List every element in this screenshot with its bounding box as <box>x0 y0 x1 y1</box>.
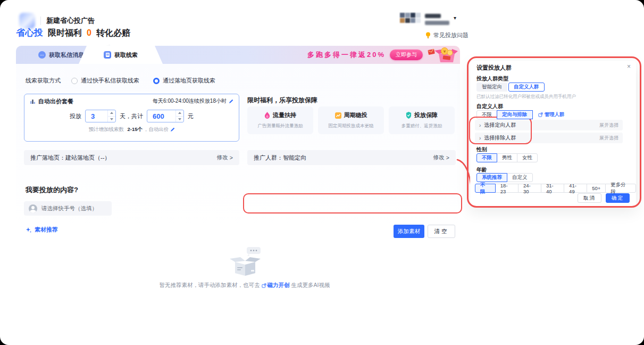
tab-leads-label: 获取线索 <box>114 51 138 59</box>
chip-age-41-49[interactable]: 41-49 <box>564 184 587 193</box>
custom-audience-options: 不限 定向与排除 管理人群 <box>476 110 565 119</box>
days-stepper[interactable] <box>107 110 115 122</box>
flame-icon <box>264 112 270 119</box>
chip-age-more[interactable]: 更多分段 <box>605 184 636 193</box>
radio-selected-icon <box>153 78 160 84</box>
panel-footer: 取消 确定 <box>578 193 630 203</box>
kuaishou-account-select[interactable]: 请选择快手号（选填） <box>24 201 112 216</box>
benefit-desc: 广告测量额外流量激励 <box>247 123 313 129</box>
audience-row: 推广人群：智能定向 修改> <box>247 150 456 165</box>
chip-gender-female[interactable]: 女性 <box>517 153 538 162</box>
expand-select-action[interactable]: 展开选择 <box>599 135 618 142</box>
amount-value[interactable]: 600 <box>147 110 175 122</box>
close-icon[interactable]: × <box>627 63 631 70</box>
chip-custom-audience[interactable]: 自定义人群 <box>508 83 545 92</box>
form-content: 线索获取方式 通过快手私信获取线索 通过落地页获取线索 自动出价套餐 每天6:0… <box>16 64 460 300</box>
person-icon <box>29 204 37 213</box>
audience-type-options: 智能定向 自定义人群 <box>476 83 545 92</box>
benefit-name: 周期稳投 <box>344 111 367 119</box>
days-input[interactable]: 3 <box>85 110 116 122</box>
chip-age-system[interactable]: 系统推荐 <box>476 173 507 182</box>
chip-unlimited[interactable]: 不限 <box>476 110 497 119</box>
days-value[interactable]: 3 <box>86 110 107 122</box>
svg-text:¥: ¥ <box>443 49 446 54</box>
brand-promo-zero: 0 <box>87 28 91 38</box>
benefit-name: 流量扶持 <box>273 111 296 119</box>
promo-cta-button[interactable]: 立即参与 <box>390 50 423 60</box>
bar-chart-icon <box>30 98 36 104</box>
chevron-right-icon: > <box>230 154 233 161</box>
manage-audience-link[interactable]: 管理人群 <box>538 110 565 119</box>
chip-age-24-30[interactable]: 24-30 <box>518 184 541 193</box>
benefit-card-stable: 周期稳投 固定周期投放成本更稳 <box>318 106 384 134</box>
content-heading: 我要投放的内容? <box>26 185 78 195</box>
chip-target-and-exclude[interactable]: 定向与排除 <box>497 110 533 119</box>
page-title: 新建省心投广告 <box>46 16 95 26</box>
panel-title: 设置投放人群 <box>476 64 512 72</box>
amount-input[interactable]: 600 <box>147 110 184 122</box>
amount-stepper[interactable] <box>175 110 183 122</box>
radio-landing-page[interactable]: 通过落地页获取线索 <box>153 77 215 85</box>
chip-age-unlimited[interactable]: 不限 <box>475 184 496 193</box>
auto-bid-card: 自动出价套餐 每天6:00-24:00连续投放18小时 投放 3 天，共计 60… <box>24 94 239 142</box>
chip-age-custom[interactable]: 自定义 <box>507 173 533 182</box>
landing-modify-link[interactable]: 修改> <box>217 154 233 161</box>
tab-private-messages[interactable]: ··· 获取私信消息 <box>38 46 84 64</box>
radio-private-message[interactable]: 通过快手私信获取线索 <box>71 77 139 85</box>
age-label: 年龄 <box>476 166 487 174</box>
magnetic-creation-link[interactable]: 磁力开创 <box>262 282 290 289</box>
empty-suffix: 生成更多AI视频 <box>291 282 330 289</box>
ad-form-module: ··· 获取私信消息 获取线索 多跑多得一律返20% 立即参与 ¥ <box>16 46 460 300</box>
age-mode-options: 系统推荐 自定义 <box>476 173 533 182</box>
lead-method-label: 线索获取方式 <box>26 77 61 85</box>
sparkle-icon <box>26 227 32 233</box>
faq-link[interactable]: 常见投放问题 <box>425 31 469 39</box>
include-audience-label: 选择定向人群 <box>484 121 516 129</box>
expand-select-action[interactable]: 展开选择 <box>599 122 618 129</box>
empty-state-text: 暂无推荐素材，请手动添加素材，也可去 磁力开创 生成更多AI视频 <box>77 282 412 289</box>
benefit-desc: 固定周期投放成本更稳 <box>318 123 384 129</box>
chip-gender-male[interactable]: 男性 <box>497 153 517 162</box>
clear-button[interactable]: 清空 <box>428 225 455 238</box>
chevron-right-icon: > <box>446 154 449 161</box>
audience-modify-link[interactable]: 修改> <box>433 154 449 161</box>
schedule-text: 每天6:00-24:00连续投放18小时 <box>153 97 233 105</box>
age-range-options: 不限 18-23 24-30 31-40 41-49 50+ 更多分段 <box>475 184 636 193</box>
chevron-right-icon: › <box>479 135 481 141</box>
add-material-button[interactable]: 添加素材 <box>394 225 424 238</box>
include-audience-row[interactable]: › 选择定向人群 展开选择 <box>475 120 623 130</box>
chip-smart-targeting[interactable]: 智能定向 <box>476 83 507 92</box>
confirm-button[interactable]: 确定 <box>606 193 630 203</box>
audience-label: 推广人群：智能定向 <box>254 154 306 162</box>
radio-landing-label: 通过落地页获取线索 <box>163 77 215 85</box>
material-recommend-link[interactable]: 素材推荐 <box>26 226 58 234</box>
faq-label: 常见投放问题 <box>433 31 469 39</box>
brand-promo-prefix: 限时福利 <box>48 28 82 39</box>
chevron-down-icon[interactable]: ▾ <box>454 15 456 21</box>
estimate-row: 预计增加线索数 2-15个 ，自动出价 <box>24 126 239 133</box>
bid-card-title: 自动出价套餐 <box>38 97 73 105</box>
brand-promo-suffix: 转化必赔 <box>96 28 130 39</box>
amount-unit: 元 <box>188 112 194 120</box>
edit-icon[interactable] <box>170 127 175 132</box>
edit-icon[interactable] <box>229 99 233 104</box>
audience-type-hint: 已默认过滤已转化用户和被您或成员共用手机用户 <box>476 94 576 100</box>
account-menu[interactable]: ▾ <box>400 13 456 25</box>
audience-settings-panel: 设置投放人群 × 投放人群类型 智能定向 自定义人群 已默认过滤已转化用户和被您… <box>470 61 636 207</box>
exclude-audience-label: 选择排除人群 <box>484 134 516 142</box>
cancel-button[interactable]: 取消 <box>578 193 601 203</box>
chip-age-18-23[interactable]: 18-23 <box>495 184 518 193</box>
chip-gender-unlimited[interactable]: 不限 <box>476 153 497 162</box>
benefit-card-traffic: 流量扶持 广告测量额外流量激励 <box>247 106 313 134</box>
leads-icon <box>104 51 111 59</box>
days-unit: 天，共计 <box>120 112 143 120</box>
exclude-audience-row[interactable]: › 选择排除人群 展开选择 <box>475 133 623 143</box>
chip-age-50plus[interactable]: 50+ <box>587 184 606 193</box>
empty-box-illustration <box>224 247 266 279</box>
brand-title: 省心投 限时福利 0 转化必赔 <box>16 27 130 39</box>
custom-audience-label: 自定义人群 <box>476 103 503 110</box>
chip-age-31-40[interactable]: 31-40 <box>541 184 564 193</box>
tab-leads[interactable]: 获取线索 <box>79 46 163 64</box>
external-link-icon <box>538 112 543 117</box>
estimate-value: 2-15个 <box>128 126 143 133</box>
